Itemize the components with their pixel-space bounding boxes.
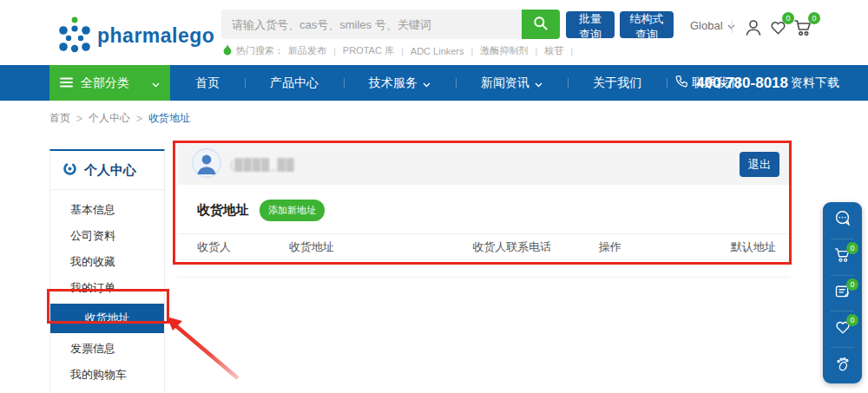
sidebar-item-favorites[interactable]: 我的收藏 [50, 249, 164, 275]
sidebar-item-shipping-address[interactable]: 收货地址 [50, 304, 164, 333]
all-categories-label: 全部分类 [81, 75, 129, 91]
section-header: 收货地址 添加新地址 [178, 185, 790, 233]
cart-button[interactable]: 0 [792, 17, 814, 42]
search-bar [221, 10, 560, 39]
sidebar-item-invoice-info[interactable]: 发票信息 [50, 336, 164, 362]
search-button[interactable] [522, 10, 560, 39]
nav-label: 资料下载 [791, 75, 839, 91]
nav-label: 产品中心 [270, 75, 319, 91]
masked-username: (████_██ [230, 158, 295, 171]
logo-text: pharmalego [97, 24, 214, 48]
nav-item-home[interactable]: 首页 [170, 65, 245, 101]
sidebar-item-company-info[interactable]: 公司资料 [50, 223, 164, 249]
cart-count-badge: 0 [808, 12, 820, 24]
chevron-down-icon [152, 76, 160, 90]
section-title: 收货地址 [197, 202, 249, 219]
service-phone: 400-780-8018 [674, 65, 788, 101]
toolbar-favorites-button[interactable]: 0 [823, 311, 862, 347]
chat-icon [833, 209, 852, 232]
address-table-header: 收货人 收货地址 收货人联系电话 操作 默认地址 [178, 233, 790, 260]
col-default: 默认地址 [731, 239, 771, 255]
phone-icon [674, 74, 689, 93]
user-center-icon [62, 161, 77, 180]
sidebar-item-basic-info[interactable]: 基本信息 [50, 197, 164, 223]
nav-label: 新闻资讯 [481, 75, 529, 91]
hot-search-separator: | [535, 46, 537, 56]
col-actions: 操作 [599, 239, 731, 255]
col-consignee: 收货人 [197, 239, 289, 255]
nav-label: 首页 [195, 75, 220, 91]
hot-search-link[interactable]: 激酶抑制剂 [480, 44, 528, 57]
hot-search-link[interactable]: ADC Linkers [411, 46, 464, 56]
address-panel: (████_██ 退出 收货地址 添加新地址 收货人 收货地址 收货人联系电话 … [178, 144, 790, 278]
sidebar-item-orders[interactable]: 我的订单 [50, 275, 164, 301]
hot-search-link[interactable]: 核苷 [544, 44, 563, 57]
nav-label: 技术服务 [369, 75, 418, 91]
hot-search-separator: | [570, 46, 573, 56]
header: pharmalego 热门搜索： 新品发布 | PROTAC 库 | ADC L… [0, 0, 868, 65]
col-phone: 收货人联系电话 [472, 239, 598, 255]
user-row: (████_██ 退出 [178, 144, 790, 185]
hot-search-link[interactable]: 新品发布 [288, 44, 326, 57]
nav-item-news[interactable]: 新闻资讯 [456, 65, 568, 101]
chat-service-button[interactable] [823, 202, 862, 239]
inquiry-badge: 0 [846, 278, 858, 291]
hamburger-icon [60, 76, 73, 90]
structure-query-button[interactable]: 结构式查询 [620, 11, 674, 38]
breadcrumb-separator: > [136, 113, 142, 125]
chevron-down-icon [423, 76, 431, 90]
chevron-down-icon [535, 76, 542, 90]
global-label: Global [690, 19, 723, 32]
search-icon [532, 15, 549, 35]
header-divider [732, 19, 733, 33]
hot-search-separator: | [471, 46, 474, 56]
browsing-history-button[interactable] [823, 347, 862, 383]
col-address: 收货地址 [289, 239, 473, 255]
logo-molecule-icon [54, 14, 90, 57]
toolbar-favorites-badge: 0 [846, 314, 858, 326]
logout-button[interactable]: 退出 [740, 152, 779, 177]
sidebar-title: 个人中心 [84, 162, 136, 179]
breadcrumb-current: 收货地址 [148, 111, 190, 126]
nav-label: 关于我们 [593, 75, 641, 91]
hot-search-link[interactable]: PROTAC 库 [343, 44, 394, 57]
nav-item-about[interactable]: 关于我们 [568, 65, 667, 101]
all-categories-menu[interactable]: 全部分类 [49, 65, 170, 101]
toolbar-cart-badge: 0 [846, 242, 858, 254]
breadcrumb: 首页 > 个人中心 > 收货地址 [49, 111, 190, 126]
hot-search-label: 热门搜索： [236, 44, 284, 57]
page: pharmalego 热门搜索： 新品发布 | PROTAC 库 | ADC L… [0, 0, 868, 393]
footprint-icon [833, 355, 852, 377]
avatar [192, 148, 221, 181]
add-address-button[interactable]: 添加新地址 [260, 200, 325, 221]
sidebar-header: 个人中心 [50, 151, 164, 190]
sidebar-item-shopping-cart[interactable]: 我的购物车 [50, 362, 164, 388]
batch-query-button[interactable]: 批量查询 [566, 11, 615, 38]
sidebar-menu: 基本信息 公司资料 我的收藏 我的订单 收货地址 发票信息 我的购物车 绑定微信 [50, 190, 164, 393]
phone-number: 400-780-8018 [696, 75, 788, 92]
logo[interactable]: pharmalego [54, 14, 214, 57]
account-button[interactable] [743, 17, 764, 42]
nav-item-tech-services[interactable]: 技术服务 [344, 65, 456, 101]
annotation-arrow [163, 314, 246, 387]
hot-search-separator: | [333, 46, 336, 56]
global-language-dropdown[interactable]: Global [690, 19, 735, 32]
hot-search-separator: | [401, 46, 404, 56]
heart-icon [768, 25, 788, 40]
breadcrumb-user-center[interactable]: 个人中心 [89, 111, 130, 126]
search-input[interactable] [221, 10, 522, 39]
breadcrumb-separator: > [76, 113, 82, 125]
nav-item-products[interactable]: 产品中心 [245, 65, 344, 101]
breadcrumb-home[interactable]: 首页 [49, 111, 70, 126]
hot-search-row: 热门搜索： 新品发布 | PROTAC 库 | ADC Linkers | 激酶… [223, 44, 575, 57]
cart-icon [792, 26, 814, 41]
favorites-button[interactable]: 0 [768, 17, 788, 41]
floating-toolbar: 0 0 0 [823, 202, 862, 383]
main-navbar: 全部分类 首页 产品中心 技术服务 新闻资讯 关于我们 联系我们 资料下载 [0, 65, 868, 101]
sidebar-item-bind-wechat[interactable]: 绑定微信 [50, 388, 164, 393]
account-sidebar: 个人中心 基本信息 公司资料 我的收藏 我的订单 收货地址 发票信息 我的购物车… [49, 149, 165, 393]
toolbar-cart-button[interactable]: 0 [823, 239, 862, 275]
flame-icon [223, 44, 232, 57]
inquiry-list-button[interactable]: 0 [823, 275, 862, 311]
user-icon [743, 26, 764, 41]
